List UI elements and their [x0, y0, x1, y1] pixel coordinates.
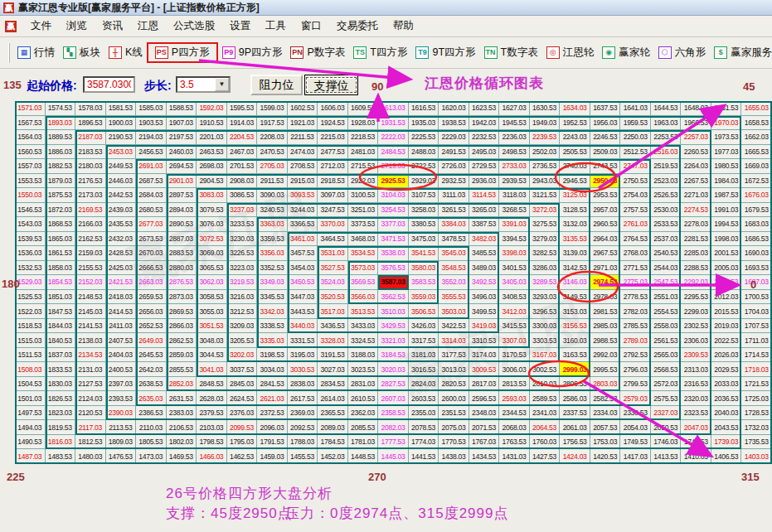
- toolbar-item-label: 9T四方形: [432, 46, 475, 60]
- menu-item-浏览[interactable]: 浏览: [59, 17, 95, 36]
- toolbar-item-9T四方形[interactable]: T99T四方形: [411, 42, 479, 63]
- price-cell: 3373.53: [348, 217, 379, 232]
- price-cell: 2638.53: [136, 377, 167, 392]
- price-cell: 1963.03: [651, 116, 682, 131]
- price-cell: 3415.53: [499, 319, 530, 334]
- price-cell: 2936.03: [469, 174, 500, 189]
- start-price-input[interactable]: [83, 76, 135, 93]
- price-cell: 3160.03: [560, 333, 590, 348]
- toolbar-item-赢家轮[interactable]: ◉赢家轮: [598, 42, 654, 63]
- price-cell: 2579.03: [620, 391, 651, 406]
- menu-item-江恩[interactable]: 江恩: [130, 17, 166, 36]
- price-cell: 3205.53: [227, 333, 258, 348]
- price-cell: 3027.03: [318, 362, 348, 377]
- price-cell: 2852.03: [167, 377, 197, 392]
- price-cell: 1511.53: [15, 348, 46, 363]
- price-cell: 2593.03: [499, 391, 530, 406]
- price-cell: 3524.03: [318, 275, 348, 290]
- price-cell: 1406.53: [711, 449, 742, 464]
- price-cell: 1928.03: [348, 116, 379, 131]
- price-cell: 1448.53: [348, 449, 379, 464]
- price-cell: 2596.53: [469, 391, 500, 406]
- menu-item-交易委托[interactable]: 交易委托: [329, 17, 386, 36]
- menu-item-设置[interactable]: 设置: [222, 17, 258, 36]
- price-cell: 3433.03: [348, 319, 379, 334]
- toolbar-item-六角形[interactable]: ⬡六角形: [654, 42, 711, 63]
- price-cell: 1620.03: [439, 101, 469, 116]
- price-cell: 2915.03: [288, 174, 318, 189]
- toolbar-item-K线[interactable]: ╫K线: [104, 42, 147, 63]
- price-cell: 2502.03: [530, 145, 561, 160]
- price-cell: 3440.03: [288, 319, 318, 334]
- price-cell: 2750.53: [620, 174, 651, 189]
- price-cell: 1431.03: [499, 449, 530, 464]
- toolbar-item-label: 六角形: [675, 46, 706, 60]
- price-cell: 2656.03: [136, 304, 167, 319]
- support-button[interactable]: 支撑位: [304, 75, 358, 95]
- price-cell: 3020.03: [378, 362, 409, 377]
- price-cell: 2537.03: [651, 232, 682, 247]
- price-cell: 2897.53: [167, 188, 197, 203]
- resistance-button[interactable]: 阻力位: [250, 75, 303, 95]
- toolbar-item-P数字表[interactable]: PNP数字表: [286, 42, 349, 63]
- price-cell: 2446.03: [106, 174, 137, 189]
- menu-item-资讯[interactable]: 资讯: [95, 17, 130, 36]
- price-cell: 2008.53: [711, 275, 742, 290]
- price-cell: 3279.03: [530, 232, 561, 247]
- price-cell: 3118.03: [499, 188, 530, 203]
- price-cell: 2516.03: [651, 145, 682, 160]
- price-cell: 2428.53: [106, 246, 137, 261]
- price-cell: 3062.03: [197, 275, 227, 290]
- toolbar-item-9P四方形[interactable]: P99P四方形: [218, 42, 287, 63]
- price-cell: 2106.53: [167, 420, 197, 435]
- price-cell: 2957.03: [590, 203, 621, 218]
- toolbar-item-赢家服务[interactable]: $赢家服务: [710, 42, 772, 63]
- step-combobox[interactable]: 3.5 ▼: [176, 76, 231, 93]
- price-cell: 1427.53: [530, 449, 561, 464]
- price-cell: 2421.53: [106, 275, 137, 290]
- price-cell: 3366.53: [288, 217, 318, 232]
- toolbar-item-T四方形[interactable]: TST四方形: [349, 42, 411, 63]
- price-cell: 3349.03: [257, 275, 288, 290]
- price-cell: 3002.53: [530, 362, 561, 377]
- price-cell: 2862.53: [167, 333, 197, 348]
- combo-dropdown-arrow-icon[interactable]: ▼: [215, 78, 229, 91]
- price-cell: 1739.03: [711, 435, 742, 450]
- price-cell: 3394.53: [499, 232, 530, 247]
- toolbar-item-江恩轮[interactable]: ◎江恩轮: [542, 42, 599, 63]
- menu-item-公式选股[interactable]: 公式选股: [166, 17, 222, 36]
- toolbar-item-label: 行情: [34, 46, 55, 60]
- price-cell: 3380.53: [409, 217, 439, 232]
- toolbar-item-label: 9P四方形: [239, 46, 283, 60]
- toolbar-item-行情[interactable]: ▦行情: [13, 42, 59, 63]
- price-cell: 2992.03: [590, 348, 621, 363]
- price-cell: 2985.03: [590, 319, 621, 334]
- menu-item-文件[interactable]: 文件: [23, 17, 59, 36]
- price-cell: 2883.53: [167, 246, 197, 261]
- price-cell: 2817.03: [469, 377, 500, 392]
- price-cell: 2894.03: [167, 203, 197, 218]
- price-cell: 3489.03: [469, 261, 500, 276]
- price-cell: 1756.53: [560, 435, 590, 450]
- menu-item-工具[interactable]: 工具: [258, 17, 294, 36]
- price-cell: 2351.53: [439, 406, 469, 421]
- toolbar-item-P四方形[interactable]: PSP四方形: [147, 42, 218, 63]
- price-cell: 2838.03: [288, 377, 318, 392]
- price-cell: 2887.03: [167, 232, 197, 247]
- price-cell: 2264.03: [681, 159, 711, 174]
- price-cell: 2813.53: [499, 377, 530, 392]
- price-cell: 1812.53: [75, 435, 106, 450]
- toolbar-separator: [8, 43, 10, 63]
- toolbar-item-T数字表[interactable]: TNT数字表: [480, 42, 542, 63]
- price-cell: 1690.03: [741, 246, 772, 261]
- price-cell: 1543.03: [15, 217, 46, 232]
- price-cell: 2316.53: [681, 377, 711, 392]
- toolbar-item-板块[interactable]: ▚板块: [59, 42, 104, 63]
- price-cell: 2141.53: [75, 319, 106, 334]
- price-cell: 1655.03: [741, 101, 772, 116]
- price-cell: 2260.53: [681, 145, 711, 160]
- menu-item-帮助[interactable]: 帮助: [386, 17, 421, 36]
- price-cell: 1921.03: [288, 116, 318, 131]
- menu-item-窗口[interactable]: 窗口: [294, 17, 329, 36]
- price-cell: 1977.03: [711, 145, 742, 160]
